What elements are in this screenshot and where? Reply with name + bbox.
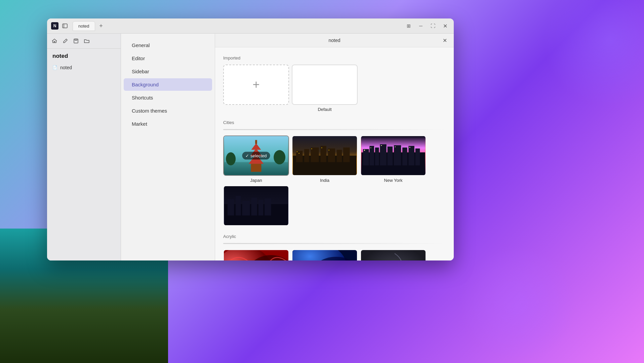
- svg-rect-31: [369, 146, 374, 165]
- default-background-label: Default: [318, 107, 331, 112]
- title-bar: N noted + ⊞: [47, 18, 454, 34]
- settings-nav-shortcuts[interactable]: Shortcuts: [124, 91, 212, 104]
- svg-rect-16: [304, 149, 309, 162]
- svg-rect-49: [251, 198, 257, 215]
- newyork-background-thumb[interactable]: [360, 135, 426, 176]
- svg-rect-17: [311, 148, 319, 162]
- content-area: noted 📄 noted General Editor: [47, 34, 454, 260]
- imported-grid: + Default: [223, 65, 446, 112]
- svg-rect-47: [236, 196, 241, 215]
- acrylic-blue-thumb[interactable]: [292, 249, 358, 260]
- acrylic-dark-image: [361, 250, 426, 260]
- svg-rect-3: [75, 39, 77, 40]
- svg-point-6: [226, 152, 236, 165]
- note-item[interactable]: 📄 noted: [47, 62, 121, 73]
- svg-rect-35: [394, 145, 401, 165]
- svg-rect-12: [255, 140, 257, 144]
- settings-content: noted ✕ Imported +: [215, 34, 454, 260]
- svg-rect-48: [242, 201, 250, 216]
- svg-rect-51: [265, 199, 271, 215]
- tab-noted[interactable]: noted: [73, 21, 95, 31]
- settings-nav-custom-themes[interactable]: Custom themes: [124, 105, 212, 117]
- add-tab-button[interactable]: +: [96, 21, 106, 31]
- svg-rect-43: [409, 147, 410, 148]
- svg-rect-0: [63, 24, 67, 28]
- settings-nav: General Editor Sidebar Background Shortc…: [121, 34, 215, 260]
- default-background-item[interactable]: Default: [292, 65, 358, 112]
- minimize-button[interactable]: ─: [416, 21, 426, 31]
- cities-separator: [223, 129, 446, 130]
- svg-rect-40: [370, 148, 371, 148]
- city4-background-thumb[interactable]: [223, 186, 289, 226]
- notes-sidebar-header: noted: [47, 49, 121, 62]
- title-bar-left: N: [47, 22, 73, 30]
- city4-background-item[interactable]: [223, 186, 289, 226]
- edit-icon: [63, 38, 68, 44]
- svg-rect-33: [380, 144, 386, 165]
- home-icon: [52, 38, 57, 44]
- svg-point-7: [274, 150, 285, 165]
- settings-close-button[interactable]: ✕: [441, 37, 448, 44]
- svg-rect-32: [375, 148, 379, 165]
- india-background-item[interactable]: India: [292, 135, 358, 183]
- city4-svg: [224, 186, 288, 225]
- home-button[interactable]: [50, 36, 59, 46]
- newyork-thumb-image: [361, 136, 426, 175]
- svg-rect-15: [296, 151, 303, 162]
- acrylic-blue-image: [292, 250, 357, 260]
- svg-rect-46: [228, 199, 234, 215]
- acrylic-dark-svg: [361, 250, 426, 260]
- japan-selected-badge: ✓ selected: [242, 152, 270, 160]
- notes-toolbar: [47, 34, 121, 49]
- bg-blob-purple-right: [459, 245, 577, 363]
- save-button[interactable]: [71, 36, 81, 46]
- japan-background-item[interactable]: ✓ selected Japan: [223, 135, 289, 183]
- svg-rect-2: [74, 39, 78, 43]
- add-background-thumb[interactable]: +: [223, 65, 289, 105]
- folder-button[interactable]: [82, 36, 91, 46]
- acrylic-dark-item[interactable]: Dark: [360, 249, 426, 260]
- sidebar-toggle-button[interactable]: [61, 22, 69, 30]
- edit-button[interactable]: [61, 36, 70, 46]
- svg-rect-19: [328, 149, 335, 162]
- folder-icon: [84, 38, 89, 44]
- newyork-background-item[interactable]: New York: [360, 135, 426, 183]
- svg-rect-34: [388, 147, 393, 165]
- acrylic-red-svg: [224, 250, 289, 260]
- newyork-city-svg: [361, 136, 426, 175]
- svg-rect-38: [415, 149, 420, 165]
- title-bar-controls: ⊞ ─ ⛶ ✕: [404, 21, 454, 31]
- svg-rect-41: [381, 145, 382, 146]
- acrylic-red-image: [224, 250, 288, 260]
- app-window: N noted + ⊞: [47, 18, 454, 260]
- acrylic-red-thumb[interactable]: [223, 249, 289, 260]
- svg-rect-26: [329, 150, 329, 151]
- svg-rect-21: [343, 148, 350, 162]
- default-background-thumb[interactable]: [292, 65, 358, 105]
- settings-nav-market[interactable]: Market: [124, 118, 212, 130]
- settings-nav-editor[interactable]: Editor: [124, 52, 212, 65]
- desktop: N noted + ⊞: [0, 0, 644, 363]
- add-background-item[interactable]: +: [223, 65, 289, 112]
- settings-nav-general[interactable]: General: [124, 39, 212, 51]
- maximize-button[interactable]: ⛶: [428, 21, 438, 31]
- tile-button[interactable]: ⊞: [404, 21, 413, 31]
- cities-grid: ✓ selected Japan: [223, 135, 446, 226]
- india-background-thumb[interactable]: [292, 135, 358, 176]
- acrylic-blue-item[interactable]: Blue: [292, 249, 358, 260]
- settings-panel: General Editor Sidebar Background Shortc…: [121, 34, 454, 260]
- note-icon: 📄: [52, 65, 57, 70]
- acrylic-dark-thumb[interactable]: [360, 249, 426, 260]
- svg-rect-22: [297, 151, 297, 152]
- acrylic-grid: Red: [223, 249, 446, 260]
- settings-nav-background[interactable]: Background: [124, 78, 212, 91]
- settings-nav-sidebar[interactable]: Sidebar: [124, 65, 212, 78]
- acrylic-separator: [223, 243, 446, 244]
- close-button[interactable]: ✕: [440, 21, 450, 31]
- svg-rect-20: [337, 150, 342, 162]
- svg-rect-8: [251, 164, 261, 172]
- settings-title-bar: noted ✕: [215, 34, 454, 47]
- acrylic-red-item[interactable]: Red: [223, 249, 289, 260]
- settings-body: Imported + Default: [215, 47, 454, 260]
- japan-background-thumb[interactable]: ✓ selected: [223, 135, 289, 176]
